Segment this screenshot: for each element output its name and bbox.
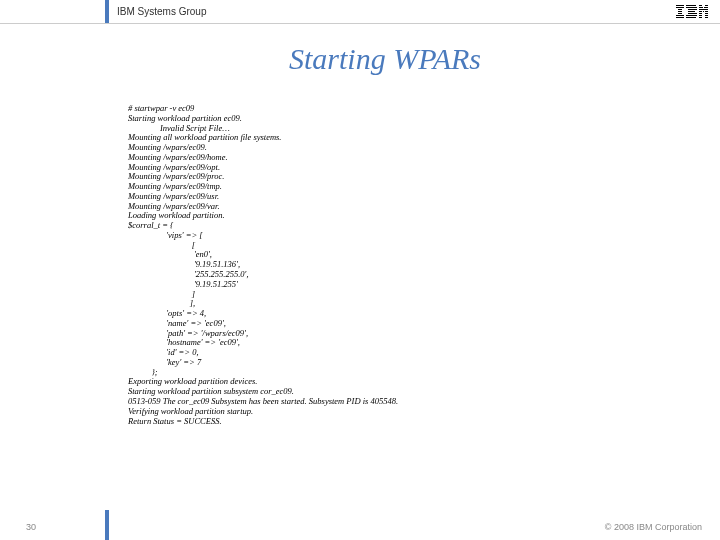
svg-rect-25 <box>705 15 708 16</box>
terminal-output: # startwpar -v ec09 Starting workload pa… <box>128 104 720 426</box>
svg-rect-9 <box>688 9 697 10</box>
slide-title: Starting WPARs <box>50 42 720 76</box>
svg-rect-24 <box>699 15 702 16</box>
ibm-logo-icon <box>676 5 708 18</box>
svg-rect-18 <box>699 9 708 10</box>
page-number: 30 <box>26 522 36 532</box>
svg-rect-14 <box>699 5 702 6</box>
svg-rect-0 <box>676 5 684 6</box>
svg-rect-22 <box>699 13 702 14</box>
svg-rect-15 <box>705 5 708 6</box>
svg-rect-7 <box>686 5 696 6</box>
svg-rect-21 <box>705 11 708 12</box>
svg-rect-5 <box>676 15 684 16</box>
svg-rect-27 <box>705 17 708 18</box>
svg-rect-16 <box>699 7 703 8</box>
svg-rect-12 <box>686 15 697 16</box>
slide-header: IBM Systems Group <box>0 0 720 24</box>
svg-rect-3 <box>678 11 682 12</box>
copyright-text: © 2008 IBM Corporation <box>605 522 702 532</box>
svg-rect-11 <box>688 13 697 14</box>
svg-rect-10 <box>688 11 695 12</box>
svg-rect-4 <box>678 13 682 14</box>
header-group-title: IBM Systems Group <box>117 6 206 17</box>
svg-rect-6 <box>676 17 684 18</box>
svg-rect-1 <box>676 7 684 8</box>
svg-rect-20 <box>703 11 704 12</box>
svg-rect-19 <box>699 11 702 12</box>
slide-footer: 30 © 2008 IBM Corporation <box>0 522 720 532</box>
header-left: IBM Systems Group <box>0 0 206 23</box>
svg-rect-2 <box>678 9 682 10</box>
header-accent-bar <box>105 0 109 23</box>
svg-rect-23 <box>705 13 708 14</box>
svg-rect-13 <box>686 17 696 18</box>
svg-rect-17 <box>704 7 708 8</box>
svg-rect-8 <box>686 7 697 8</box>
svg-rect-26 <box>699 17 702 18</box>
